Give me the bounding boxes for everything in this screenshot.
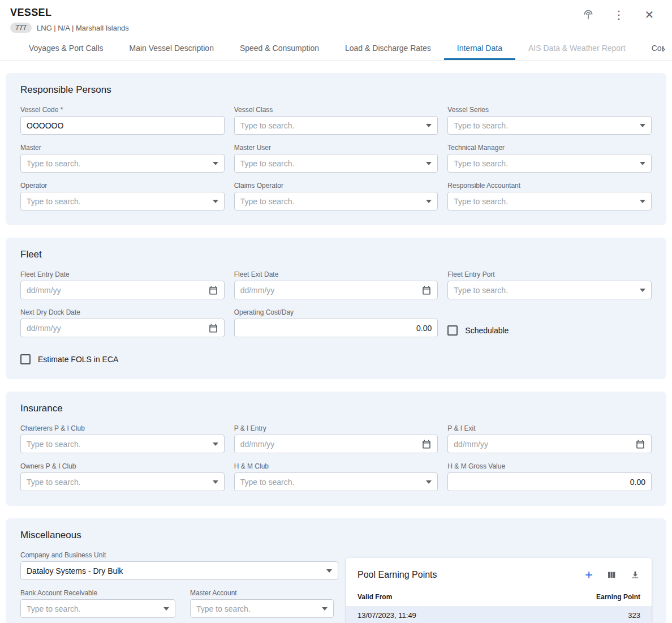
- tab-speed-consumption[interactable]: Speed & Consumption: [227, 38, 332, 60]
- fleet-entry-port-input[interactable]: [454, 286, 635, 295]
- field-label: Next Dry Dock Date: [20, 308, 225, 316]
- column-earning-point: Earning Point: [596, 593, 640, 601]
- p-and-i-entry-input[interactable]: [240, 440, 417, 449]
- master-account-input[interactable]: [196, 604, 317, 613]
- chevron-down-icon[interactable]: [322, 607, 328, 611]
- field-label: Bank Account Receivable: [20, 589, 175, 597]
- company-and-business-unit-input[interactable]: [27, 566, 322, 575]
- more-options-icon[interactable]: ⋮: [612, 8, 626, 22]
- technical-manager-input[interactable]: [454, 159, 635, 168]
- field-label: Claims Operator: [234, 182, 438, 190]
- pool-earning-points-card: Pool Earning Points + Valid From Earning…: [346, 558, 652, 623]
- field-label: Vessel Code *: [20, 106, 225, 114]
- tab-internal-data[interactable]: Internal Data: [444, 38, 515, 60]
- field-fleet-exit-date: Fleet Exit Date: [234, 270, 438, 299]
- field-label: Operator: [20, 182, 225, 190]
- broadcast-icon[interactable]: [581, 8, 595, 22]
- page-title: VESSEL: [10, 7, 662, 19]
- add-icon[interactable]: +: [585, 568, 593, 582]
- h-and-m-club-input[interactable]: [240, 478, 422, 487]
- operator-input[interactable]: [27, 197, 208, 206]
- pool-table-header: Valid From Earning Point: [346, 590, 652, 606]
- field-owners-p-and-i-club: Owners P & I Club: [20, 462, 225, 491]
- chevron-down-icon[interactable]: [213, 200, 218, 203]
- tab-ais-data-weather-report[interactable]: AIS Data & Weather Report: [515, 38, 639, 60]
- section-title: Responsible Persons: [20, 84, 652, 96]
- tab-main-vessel-description[interactable]: Main Vessel Description: [117, 38, 227, 60]
- table-row[interactable]: 13/07/2023, 11:49 323: [346, 606, 652, 623]
- chevron-down-icon[interactable]: [640, 289, 645, 292]
- section-miscellaneous: Miscellaneous Company and Business Unit …: [6, 518, 666, 623]
- chevron-down-icon[interactable]: [426, 200, 432, 203]
- field-h-and-m-club: H & M Club: [234, 462, 438, 491]
- section-insurance: Insurance Charterers P & I Club P & I En…: [6, 392, 666, 506]
- field-next-dry-dock-date: Next Dry Dock Date: [20, 308, 225, 340]
- chevron-down-icon[interactable]: [213, 162, 218, 165]
- chevron-down-icon[interactable]: [426, 480, 432, 484]
- calendar-icon[interactable]: [208, 323, 218, 333]
- field-label: Charterers P & I Club: [20, 424, 225, 432]
- h-and-m-gross-value-input[interactable]: [454, 478, 645, 487]
- next-dry-dock-date-input[interactable]: [27, 324, 204, 333]
- field-label: Master Account: [190, 589, 334, 597]
- chevron-down-icon[interactable]: [213, 480, 218, 484]
- chevron-down-icon[interactable]: [213, 442, 218, 446]
- field-schedulable: Schedulable: [447, 308, 652, 340]
- tab-bar: Voyages & Port Calls Main Vessel Descrip…: [0, 38, 672, 61]
- section-fleet: Fleet Fleet Entry Date Fleet Exit Date F…: [6, 238, 666, 379]
- fleet-exit-date-input[interactable]: [240, 286, 417, 295]
- vessel-code-input[interactable]: [27, 121, 218, 130]
- field-fleet-entry-port: Fleet Entry Port: [447, 270, 652, 299]
- fleet-entry-date-input[interactable]: [27, 286, 204, 295]
- chevron-down-icon[interactable]: [426, 162, 432, 165]
- field-vessel-code: Vessel Code *: [20, 106, 225, 135]
- field-p-and-i-entry: P & I Entry: [234, 424, 438, 453]
- chevron-down-icon[interactable]: [640, 124, 645, 127]
- calendar-icon[interactable]: [421, 285, 432, 295]
- close-icon[interactable]: ✕: [643, 8, 656, 22]
- calendar-icon[interactable]: [635, 439, 645, 449]
- master-input[interactable]: [27, 159, 208, 168]
- field-technical-manager: Technical Manager: [447, 144, 652, 173]
- column-valid-from: Valid From: [357, 593, 392, 601]
- claims-operator-input[interactable]: [240, 197, 422, 206]
- field-master-user: Master User: [234, 144, 438, 173]
- owners-p-and-i-club-input[interactable]: [27, 478, 208, 487]
- responsible-accountant-input[interactable]: [454, 197, 635, 206]
- bank-account-receivable-input[interactable]: [27, 604, 159, 613]
- tab-voyages-port-calls[interactable]: Voyages & Port Calls: [16, 38, 117, 60]
- field-label: Master: [20, 144, 225, 152]
- field-label: H & M Gross Value: [447, 462, 652, 470]
- charterers-p-and-i-club-input[interactable]: [27, 440, 208, 449]
- chevron-down-icon[interactable]: [640, 162, 645, 165]
- columns-icon[interactable]: [606, 570, 617, 580]
- download-icon[interactable]: [630, 570, 640, 580]
- master-user-input[interactable]: [240, 159, 422, 168]
- field-operating-cost-day: Operating Cost/Day: [234, 308, 438, 340]
- estimate-fols-checkbox[interactable]: [20, 354, 31, 364]
- chevron-down-icon[interactable]: [426, 124, 432, 127]
- window-header: VESSEL 777 LNG | N/A | Marshall Islands …: [0, 0, 672, 38]
- schedulable-checkbox-row[interactable]: Schedulable: [447, 325, 509, 336]
- chevron-down-icon[interactable]: [163, 607, 169, 611]
- operating-cost-day-input[interactable]: [240, 324, 432, 333]
- vessel-series-input[interactable]: [454, 121, 635, 130]
- field-h-and-m-gross-value: H & M Gross Value: [447, 462, 652, 491]
- field-bank-account-receivable: Bank Account Receivable: [20, 589, 175, 618]
- p-and-i-exit-input[interactable]: [454, 440, 631, 449]
- calendar-icon[interactable]: [208, 285, 218, 295]
- chevron-down-icon[interactable]: [640, 200, 645, 203]
- field-company-and-business-unit: Company and Business Unit: [20, 551, 338, 580]
- tab-load-discharge-rates[interactable]: Load & Discharge Rates: [332, 38, 444, 60]
- section-title: Fleet: [20, 249, 652, 260]
- chevron-down-icon[interactable]: [326, 569, 332, 573]
- calendar-icon[interactable]: [421, 439, 432, 449]
- field-label: Fleet Entry Date: [20, 270, 225, 278]
- tabs-scroll-right-icon[interactable]: ›: [660, 42, 667, 56]
- field-claims-operator: Claims Operator: [234, 182, 438, 210]
- field-vessel-series: Vessel Series: [447, 106, 652, 135]
- estimate-fols-checkbox-row[interactable]: Estimate FOLS in ECA: [20, 354, 652, 364]
- field-responsible-accountant: Responsible Accountant: [447, 182, 652, 210]
- vessel-class-input[interactable]: [240, 121, 422, 130]
- schedulable-checkbox[interactable]: [447, 325, 458, 336]
